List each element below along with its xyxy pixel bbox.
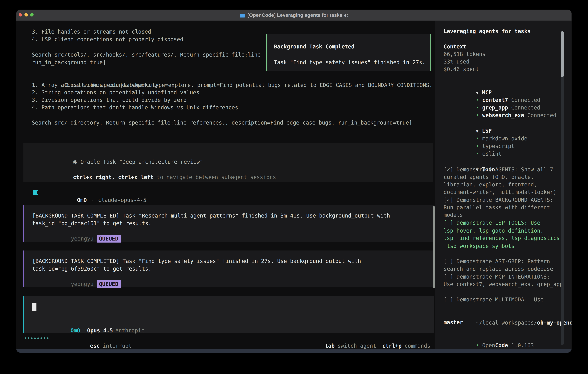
todo-line: [ ] Demonstrate MULTIMODAL: Use	[444, 296, 544, 303]
sidebar-scrollbar-track[interactable]	[561, 31, 564, 345]
todo-line: Run parallel tasks with different	[444, 204, 550, 211]
separator-dot: ·	[91, 197, 94, 203]
statusbar-left: escinterrupt	[58, 334, 132, 342]
tool-call-footer: Search src/ directory. Return specific f…	[32, 119, 412, 126]
hint-text: to navigate between subagent sessions	[154, 174, 276, 180]
task-message: [BACKGROUND TASK COMPLETED] Task "Resear…	[23, 205, 434, 242]
opencode-window: [OpenCode] Leveraging agents for tasks ◐…	[16, 10, 571, 353]
ctrlp-key-hint: ctrl+p	[382, 343, 402, 349]
task-message-line1: [BACKGROUND TASK COMPLETED] Task "Resear…	[32, 212, 390, 219]
bullet-icon: •	[476, 342, 479, 349]
task-message-meta: yeongyuQUEUED	[32, 227, 121, 235]
ctrlp-action-label: commands	[405, 343, 430, 349]
todo-line: search and replace across codebase	[444, 265, 553, 273]
mcp-item: •grep_appConnected	[444, 96, 540, 104]
task-message-line2: task_id="bg_6f59260c" to get results.	[32, 265, 151, 273]
version-name-suffix: Code	[495, 342, 508, 349]
desktop-background: [OpenCode] Leveraging agents for tasks ◐…	[0, 0, 588, 374]
folder-icon	[240, 13, 245, 18]
todo-line: [✓] Demonstrate BACKGROUND AGENTS:	[444, 196, 553, 204]
todo-line: [ ] Demonstrate MCP INTEGRATIONS:	[444, 273, 550, 280]
todo-line: curated agents (OmO, oracle,	[444, 173, 534, 181]
input-model-label[interactable]: Opus 4.5	[87, 327, 113, 334]
sidebar-scrollbar-thumb[interactable]	[561, 31, 564, 77]
activity-spinner-dots	[25, 334, 48, 342]
tool-call-item: 3. Division operations that could divide…	[32, 96, 187, 104]
sidebar: Leveraging agents for tasks Context 66,5…	[435, 21, 571, 349]
agent-name: OmO	[77, 197, 87, 203]
workspace-path-dim: ~/local-workspaces/	[476, 320, 537, 326]
task-message-line2: task_id="bg_dcfac161" to get results.	[32, 219, 151, 227]
esc-key-hint: esc	[90, 343, 100, 349]
workspace-branch: master	[444, 319, 463, 326]
status-badge: QUEUED	[97, 280, 121, 288]
todo-line: Use context7, websearch_exa, grep_app	[444, 280, 563, 288]
hint-key-left: ctrl+x left	[118, 174, 154, 180]
todo-line-active: lsp_workspace_symbols	[444, 242, 514, 250]
todo-line-active: lsp_hover, lsp_goto_definition,	[444, 227, 544, 235]
input-agent-label[interactable]: OmO	[71, 327, 80, 334]
version-number: 1.0.163	[511, 342, 534, 349]
context-heading: Context	[444, 43, 466, 51]
version-line: •OpenCode1.0.163	[444, 334, 534, 342]
hint-key-right: ctrl+x right,	[73, 174, 118, 180]
scrollback-line: Search src/tools/, src/hooks/, src/featu…	[32, 51, 261, 59]
session-state-icon: ◐	[344, 12, 348, 18]
esc-action-label: interrupt	[103, 343, 132, 349]
oracle-task-title-line: ◉Oracle Task "Deep architecture review"	[34, 150, 203, 158]
toast-body: Task "Find type safety issues" finished …	[274, 59, 425, 66]
prompt-input[interactable]: OmOOpus 4.5Anthropic	[23, 296, 434, 333]
lsp-item-name: eslint	[482, 151, 502, 157]
oracle-task-title: Oracle Task "Deep architecture review"	[81, 159, 203, 165]
todo-line-active: lsp_find_references, lsp_diagnostics,	[444, 234, 563, 242]
agent-header: OmO·claude-opus-4-5	[45, 189, 147, 196]
task-message: [BACKGROUND TASK COMPLETED] Task "Find t…	[23, 250, 434, 287]
terminal-main: 3. File handles or streams not closed 4.…	[16, 21, 435, 349]
tool-call-item: 2. String operations on potentially unde…	[32, 89, 199, 96]
window-bottom-edge	[16, 349, 571, 353]
tab-action-label: switch agent	[337, 343, 376, 349]
navigation-hint: ctrl+x right, ctrl+x left to navigate be…	[34, 166, 276, 173]
statusbar-right: tabswitch agentctrl+pcommands	[293, 334, 430, 342]
todo-line: librarian, explore, frontend,	[444, 181, 537, 188]
toast-title: Background Task Completed	[274, 43, 355, 51]
status-badge: QUEUED	[97, 235, 121, 242]
scrollback-line: 3. File handles or streams not closed	[32, 28, 151, 36]
todo-line-active: [ ] Demonstrate LSP TOOLS: Use	[444, 219, 540, 227]
author-label: yeongyu	[71, 281, 94, 287]
agent-model: claude-opus-4-5	[98, 197, 147, 203]
mcp-item-status: Connected	[527, 112, 556, 118]
author-label: yeongyu	[71, 236, 94, 242]
title-area: [OpenCode] Leveraging agents for tasks ◐	[16, 10, 571, 21]
todo-line: [ ] Demonstrate AST-GREP: Pattern	[444, 258, 550, 265]
radio-icon: ◉	[73, 159, 78, 165]
agent-cursor-icon	[33, 190, 38, 195]
tab-key-hint: tab	[325, 343, 335, 349]
lsp-section-header[interactable]: ▼LSP	[444, 119, 492, 127]
session-title: Leveraging agents for tasks	[444, 28, 531, 35]
mcp-section-header[interactable]: ▼MCP	[444, 81, 492, 89]
titlebar[interactable]: [OpenCode] Leveraging agents for tasks ◐	[16, 10, 571, 21]
background-task-toast: Background Task Completed Task "Find typ…	[266, 34, 431, 71]
workspace-path: ~/local-workspaces/oh-my-opencode:	[444, 311, 571, 319]
todo-line: [✓] Demonstrate AGENTS: Show all 7	[444, 166, 553, 173]
tool-call-header: ⚙call_omo_agent [subagent_type=explore, …	[32, 74, 435, 81]
oracle-task-panel[interactable]: ◉Oracle Task "Deep architecture review" …	[23, 143, 433, 182]
lsp-item: •eslint	[444, 142, 502, 150]
text-cursor	[32, 303, 36, 311]
bullet-icon: •	[476, 151, 479, 157]
todo-section-header[interactable]: ▼Todo	[444, 158, 495, 166]
lsp-item: •markdown-oxide	[444, 127, 527, 135]
version-name-prefix: Open	[482, 342, 495, 349]
todo-line: models	[444, 211, 463, 219]
workspace-repo: oh-my-opencode:	[537, 320, 571, 326]
mcp-item: •context7Connected	[444, 89, 540, 96]
lsp-item: •typescript	[444, 135, 514, 142]
input-meta-row: OmOOpus 4.5Anthropic	[32, 319, 144, 327]
context-used: 33% used	[444, 58, 469, 65]
todo-line: document-writer, multimodal-looker)	[444, 188, 556, 196]
context-tokens: 66,518 tokens	[444, 50, 485, 58]
window-title: [OpenCode] Leveraging agents for tasks	[247, 12, 342, 18]
main-scrollbar-thumb[interactable]	[433, 206, 435, 288]
task-message-line1: [BACKGROUND TASK COMPLETED] Task "Find t…	[32, 257, 361, 265]
